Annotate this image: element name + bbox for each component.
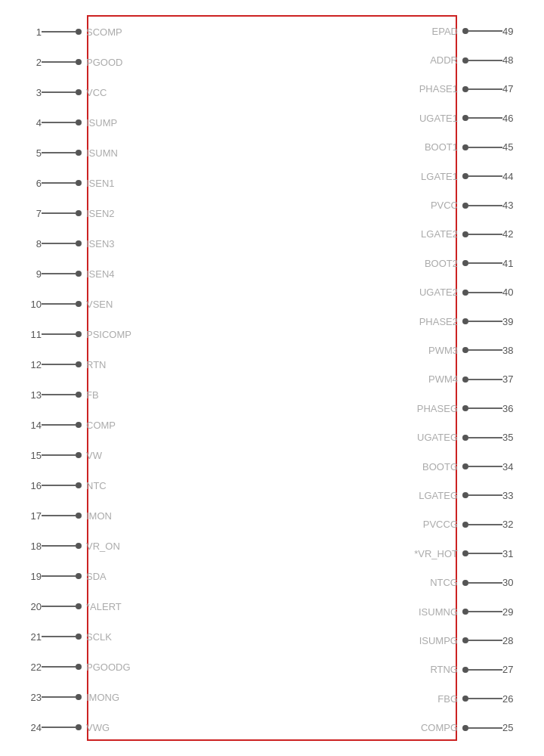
pin-row-left: 14COMP — [20, 410, 150, 440]
pin-row-left: 19SDA — [20, 561, 150, 591]
pin-line — [42, 727, 76, 728]
pin-number: 9 — [20, 268, 42, 280]
pin-row-right: 32PVCCG — [394, 510, 524, 539]
pin-number: 33 — [502, 490, 524, 501]
pin-label: LGATE2 — [394, 228, 462, 240]
pin-dot — [462, 173, 468, 179]
pin-row-left: 11PSICOMP — [20, 319, 150, 349]
pin-line — [42, 333, 76, 335]
pin-line — [468, 88, 502, 90]
pin-label: ISEN2 — [82, 208, 150, 219]
pin-number: 35 — [502, 432, 524, 443]
pin-line — [468, 205, 502, 206]
pin-label: VR_ON — [82, 541, 150, 552]
pin-line — [468, 437, 502, 438]
pin-dot — [76, 119, 82, 125]
pin-row-right: 26FBG — [394, 684, 524, 713]
pin-dot — [462, 203, 468, 209]
pin-dot — [462, 522, 468, 528]
pin-dot — [462, 376, 468, 383]
pin-dot — [462, 318, 468, 324]
pin-number: 41 — [502, 258, 524, 269]
pin-line — [42, 454, 76, 456]
pin-row-right: 33LGATEG — [394, 481, 524, 510]
pin-label: BOOT2 — [394, 258, 462, 269]
pin-label: PGOODG — [82, 662, 150, 673]
pin-number: 12 — [20, 359, 42, 370]
pin-line — [42, 243, 76, 244]
pin-number: 5 — [20, 147, 42, 159]
pin-row-right: 48ADDR — [394, 45, 524, 74]
pin-number: 39 — [502, 316, 524, 327]
pin-number: 10 — [20, 299, 42, 310]
pin-row-left: 15VW — [20, 440, 150, 470]
pin-row-left: 3VCC — [20, 77, 150, 107]
pin-dot — [462, 492, 468, 498]
pin-number: 32 — [502, 519, 524, 530]
pin-label: ADDR — [394, 54, 462, 66]
pin-number: 43 — [502, 200, 524, 211]
pin-label: UGATE2 — [394, 287, 462, 298]
pin-row-right: 29ISUMNG — [394, 597, 524, 626]
pin-line — [468, 727, 502, 729]
pin-dot — [462, 260, 468, 266]
pin-number: 30 — [502, 577, 524, 588]
pin-number: 27 — [502, 664, 524, 675]
pin-number: 21 — [20, 631, 42, 643]
left-pins: 1SCOMP2PGOOD3VCC4ISUMP5ISUMN6ISEN17ISEN2… — [20, 17, 150, 742]
pin-dot — [462, 696, 468, 702]
pin-row-right: 31*VR_HOT — [394, 539, 524, 568]
pin-dot — [76, 240, 82, 246]
pin-label: BOOT1 — [394, 141, 462, 153]
pin-line — [468, 379, 502, 380]
pin-line — [42, 394, 76, 395]
pin-label: SCLK — [82, 631, 150, 643]
pin-row-left: 20*ALERT — [20, 591, 150, 621]
pin-number: 26 — [502, 693, 524, 705]
pin-line — [42, 273, 76, 274]
pin-line — [42, 182, 76, 184]
pin-label: NTCG — [394, 577, 462, 588]
pin-dot — [462, 609, 468, 615]
pin-row-left: 8ISEN3 — [20, 228, 150, 259]
pin-line — [468, 262, 502, 264]
pin-number: 36 — [502, 403, 524, 414]
pin-number: 19 — [20, 571, 42, 582]
pin-row-left: 13FB — [20, 380, 150, 410]
pin-line — [468, 582, 502, 584]
pin-number: 45 — [502, 141, 524, 153]
pin-line — [468, 494, 502, 496]
pin-dot — [76, 59, 82, 65]
pin-label: ISUMN — [82, 147, 150, 159]
pin-row-left: 1SCOMP — [20, 17, 150, 47]
pin-number: 31 — [502, 548, 524, 559]
pin-label: PVCCG — [394, 519, 462, 530]
pin-line — [468, 553, 502, 554]
pin-dot — [76, 513, 82, 519]
pin-label: ISEN1 — [82, 178, 150, 189]
pin-line — [42, 696, 76, 698]
chip-body: 1SCOMP2PGOOD3VCC4ISUMP5ISUMN6ISEN17ISEN2… — [87, 15, 457, 741]
right-pins: 49EPAD48ADDR47PHASE146UGATE145BOOT144LGA… — [394, 17, 524, 742]
pin-dot — [462, 86, 468, 92]
pin-line — [42, 122, 76, 123]
pin-number: 47 — [502, 83, 524, 94]
pin-number: 37 — [502, 373, 524, 385]
pin-row-right: 28ISUMPG — [394, 626, 524, 655]
pin-number: 25 — [502, 722, 524, 733]
pin-number: 46 — [502, 113, 524, 124]
pin-dot — [76, 422, 82, 428]
pin-row-left: 5ISUMN — [20, 138, 150, 168]
pin-row-right: 34BOOTG — [394, 452, 524, 481]
pin-number: 4 — [20, 117, 42, 129]
pin-row-left: 18VR_ON — [20, 531, 150, 561]
pin-line — [42, 424, 76, 426]
pin-label: NTC — [82, 480, 150, 491]
pin-row-left: 9ISEN4 — [20, 259, 150, 289]
pin-label: FB — [82, 389, 150, 401]
pin-number: 42 — [502, 228, 524, 240]
pin-line — [468, 147, 502, 148]
pin-label: VSEN — [82, 299, 150, 310]
pin-dot — [462, 144, 468, 150]
pin-number: 8 — [20, 238, 42, 249]
